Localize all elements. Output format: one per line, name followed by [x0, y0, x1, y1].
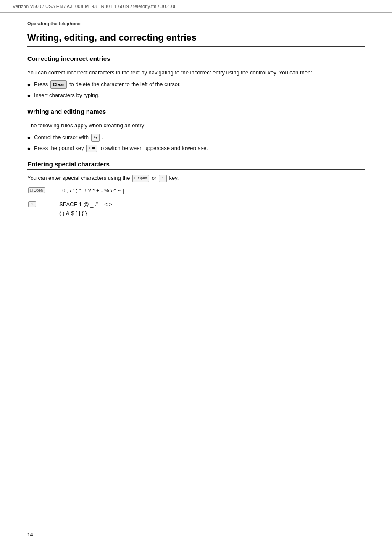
- bullet-diamond-4: ◆: [27, 145, 31, 152]
- correcting-body: You can correct incorrect characters in …: [27, 68, 365, 77]
- bullet-item-pound: ◆ Press the pound key # ⇆ to switch betw…: [27, 144, 365, 153]
- bullet-text-cursor: Control the cursor with + ♥ .: [34, 133, 103, 142]
- bullet-item-clear: ◆ Press Clear to delete the character to…: [27, 80, 365, 89]
- bullet-diamond-1: ◆: [27, 82, 31, 88]
- writing-bullets: ◆ Control the cursor with + ♥ . ◆ Press …: [27, 133, 365, 152]
- bullet-diamond-2: ◆: [27, 92, 31, 99]
- page-number: 14: [27, 532, 33, 538]
- special-body: You can enter special characters using t…: [27, 174, 365, 182]
- section-writing-editing: Writing and editing names The following …: [27, 108, 365, 152]
- nav-key-icon: + ♥: [91, 134, 100, 142]
- bullet-text-clear: Press Clear to delete the character to t…: [34, 80, 181, 89]
- section-label: Operating the telephone: [27, 21, 365, 26]
- bottom-border: [8, 539, 384, 539]
- special-chars-row-one: 1 SPACE 1 @ _ # = < > ( ) & $ [ ] { }: [27, 200, 365, 218]
- one-key-badge: 1: [28, 201, 36, 207]
- title-underline: [27, 46, 365, 47]
- bullet-text-insert: Insert characters by typing.: [34, 91, 100, 100]
- section-special-chars: Entering special characters You can ente…: [27, 160, 365, 218]
- content-area: Operating the telephone Writing, editing…: [27, 13, 365, 530]
- special-chars-row-open: □ Open . 0 , / : ; " ' ! ? * + - % \ ^ ~…: [27, 187, 365, 195]
- left-mark-bottom: [6, 541, 9, 541]
- special-chars-open-key: □ Open: [27, 187, 53, 193]
- header-bar: Verizon V500 / USA EN / A31008-M1931-R30…: [0, 0, 392, 13]
- bullet-item-cursor: ◆ Control the cursor with + ♥ .: [27, 133, 365, 142]
- one-key-inline: 1: [159, 175, 167, 182]
- correcting-bullets: ◆ Press Clear to delete the character to…: [27, 80, 365, 100]
- right-mark-bottom: [383, 541, 386, 541]
- special-chars-open-values: . 0 , / : ; " ' ! ? * + - % \ ^ ~ |: [59, 187, 124, 195]
- bullet-diamond-3: ◆: [27, 134, 31, 141]
- main-title: Writing, editing, and correcting entries: [27, 32, 365, 44]
- writing-body: The following rules apply when creating …: [27, 121, 365, 130]
- bullet-item-insert: ◆ Insert characters by typing.: [27, 91, 365, 100]
- special-chars-table: □ Open . 0 , / : ; " ' ! ? * + - % \ ^ ~…: [27, 187, 365, 218]
- pound-key-icon: # ⇆: [86, 145, 97, 152]
- section-underline-correcting: [27, 64, 365, 64]
- open-key-badge: □ Open: [28, 187, 45, 193]
- section-underline-writing: [27, 117, 365, 117]
- section-underline-special: [27, 169, 365, 170]
- special-chars-one-key: 1: [27, 200, 53, 207]
- open-key-inline: □ Open: [132, 175, 149, 182]
- section-title-writing: Writing and editing names: [27, 108, 365, 115]
- section-correcting: Correcting incorrect entries You can cor…: [27, 55, 365, 100]
- section-title-correcting: Correcting incorrect entries: [27, 55, 365, 62]
- section-title-special: Entering special characters: [27, 160, 365, 168]
- page-container: Verizon V500 / USA EN / A31008-M1931-R30…: [0, 0, 392, 547]
- header-text: Verizon V500 / USA EN / A31008-M1931-R30…: [13, 4, 176, 9]
- bullet-text-pound: Press the pound key # ⇆ to switch betwee…: [34, 144, 208, 153]
- special-chars-one-values: SPACE 1 @ _ # = < > ( ) & $ [ ] { }: [59, 200, 112, 218]
- clear-key-badge: Clear: [50, 80, 67, 89]
